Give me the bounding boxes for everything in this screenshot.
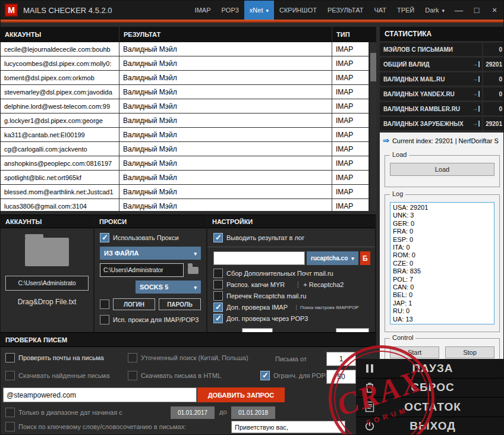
load-button[interactable]: Load [390,163,494,176]
type-cell: IMAP [332,71,369,84]
export-arrow-icon[interactable] [472,76,480,82]
scrollbar-thumb[interactable] [370,53,376,81]
captcha-key-input[interactable] [213,251,305,265]
table-row[interactable]: anshopkins@peoplepc.com:0816197Валидный … [1,156,376,171]
table-row[interactable]: lucas3806@gmail.com:3104Валидный МэйлIMA… [1,199,376,211]
proxy-for-imap-label: Исп. прокси для IMAP/POP3 [113,316,199,323]
accounts-path-button[interactable]: C:\Users\Administrato [5,276,89,291]
recaptcha2-label: + Recaptcha2 [298,281,344,288]
table-row[interactable]: blessed.mom@earthlink.net:Justcad1Валидн… [1,185,376,199]
proxy-source-dropdown[interactable]: ИЗ ФАЙЛА [100,247,201,260]
menu-item-imap[interactable]: IMAP [190,1,216,20]
type-cell: IMAP [332,85,369,99]
extra-pop3-checkbox[interactable] [213,314,223,323]
letters-from-input[interactable] [326,352,356,366]
table-row[interactable]: lucycoombes@dsl.pipex.com:molly0:Валидны… [1,56,376,71]
minimize-button[interactable]: — [450,1,468,20]
menu-item-tray[interactable]: ТРЕЙ [392,1,420,20]
keyword-search-checkbox[interactable] [5,422,15,431]
table-row[interactable]: stevemarley@dsl.pipex.com:javodidaВалидн… [1,85,376,99]
date-from-button[interactable]: 01.01.2017 [171,406,215,419]
exit-label: ВЫХОД [376,420,504,433]
export-arrow-icon[interactable] [472,61,480,67]
recheck-recaptcha-checkbox[interactable] [213,291,223,301]
close-button[interactable]: × [486,1,503,20]
table-row[interactable]: delphine.lord@west-telecom.com:99Валидны… [1,99,376,114]
control-group-label: Control [390,334,415,341]
maximize-button[interactable]: □ [468,1,486,20]
table-row[interactable]: toment@dsl.pipex.com:orkmobВалидный Мэйл… [1,71,376,85]
log-line: ITA: 0 [393,244,492,251]
stat-row: МЭЙЛОВ С ПИСЬМАМИ 0 [380,43,504,56]
column-header-result[interactable]: РЕЗУЛЬТАТ [119,27,332,42]
table-row[interactable]: cecile@lejournaldececile.com:bouhbВалидн… [1,42,376,56]
current-index-row: Current index: 29201 | NerfDoriftar S [380,133,504,145]
stop-button[interactable]: Stop [445,346,494,358]
check-letters-checkbox[interactable] [5,353,15,363]
proxy-for-imap-checkbox[interactable] [100,315,109,324]
menu-item-chat[interactable]: ЧАТ [368,1,392,20]
query-input[interactable] [3,387,197,402]
type-cell: IMAP [332,42,369,56]
captcha-service-dropdown[interactable]: rucaptcha.co [307,251,358,265]
account-cell: g.lockyer1@dsl.pipex.com:george [1,114,119,127]
captcha-myr-checkbox[interactable] [213,280,223,289]
pop3-limit-input[interactable] [326,370,356,384]
table-row[interactable]: cg@carlogalli.com:jackventoВалидный Мэйл… [1,142,376,156]
proxy-login-button[interactable]: ЛОГИН [113,298,155,310]
menu-item-pop3[interactable]: POP3 [216,1,244,20]
collect-mail-checkbox[interactable] [213,269,223,278]
table-scrollbar[interactable] [369,42,376,211]
pause-icon [363,363,376,374]
log-line: POL: 7 [393,276,492,283]
pause-menu-item[interactable]: ПАУЗА [356,359,504,378]
chevron-down-icon [442,7,445,14]
table-row[interactable]: g.lockyer1@dsl.pipex.com:georgeВалидный … [1,114,376,128]
balance-button[interactable]: Б [360,251,370,265]
proxy-type-dropdown[interactable]: SOCKS 5 [136,280,201,294]
proxy-browse-button[interactable] [185,263,201,277]
extra-imap-checkbox[interactable] [213,302,223,312]
proxy-path-input[interactable]: C:\Users\Administrator [100,263,184,277]
download-found-checkbox[interactable] [5,371,15,380]
menu-item-result[interactable]: РЕЗУЛЬТАТ [322,1,368,20]
date-range-label: Только в диапазоне дат начиная с [18,409,122,416]
folder-icon[interactable] [25,238,69,266]
column-header-accounts[interactable]: АККАУНТЫ [1,27,119,42]
captcha-service-value: rucaptcha.co [311,255,348,261]
proxy-auth-checkbox[interactable] [100,300,109,309]
stat-label: ВАЛИДНЫХ ЗАРУБЕЖНЫХ [383,121,464,127]
start-button[interactable]: Start [390,346,439,358]
refined-search-row: Уточненный поиск (Китай, Польша) [128,353,248,363]
proxy-password-button[interactable]: ПАРОЛЬ [159,298,201,310]
dragdrop-hint[interactable]: Drag&Drop File.txt [1,298,93,306]
download-html-checkbox[interactable] [128,371,137,380]
trash-icon [363,382,376,393]
menu-item-screenshot[interactable]: СКРИНШОТ [274,1,322,20]
remainder-menu-item[interactable]: ОСТАТОК [356,397,504,417]
table-row[interactable]: spotlight@blic.net:ort965kfВалидный Мэйл… [1,171,376,185]
stat-row: ВАЛИДНЫХ YANDEX.RU 0 [380,87,504,100]
log-listbox[interactable]: USA: 29201 UNK: 3 GER: 0 FRA: 0 ESP: 0 I… [390,202,494,324]
log-group: Log USA: 29201 UNK: 3 GER: 0 FRA: 0 ESP:… [385,194,500,332]
log-line: CAN: 0 [393,283,492,291]
export-arrow-icon[interactable] [472,91,480,97]
refined-search-checkbox[interactable] [128,353,137,363]
export-arrow-icon[interactable] [472,121,480,127]
export-arrow-icon[interactable] [472,106,480,112]
download-found-label: Скачивать найденные письма [18,372,109,379]
proxy-panel-header: ПРОКСИ [94,215,206,228]
date-range-checkbox[interactable] [5,408,15,417]
menu-item-xnet[interactable]: xNet [244,1,274,20]
keyword-input[interactable] [231,421,345,433]
table-row[interactable]: ka311@cantab.net:EI00199Валидный МэйлIMA… [1,128,376,142]
column-header-type[interactable]: ТИП [332,27,376,42]
exit-menu-item[interactable]: ВЫХОД [356,417,504,435]
log-output-checkbox[interactable] [213,233,223,242]
use-proxy-checkbox[interactable] [100,233,109,242]
add-query-button[interactable]: ДОБАВИТЬ ЗАПРОС [197,387,285,402]
date-to-button[interactable]: 01.01.2018 [231,406,275,419]
pop3-limit-checkbox[interactable] [260,371,270,380]
theme-selector[interactable]: Dark [420,1,450,20]
reset-menu-item[interactable]: СБРОС [356,378,504,398]
